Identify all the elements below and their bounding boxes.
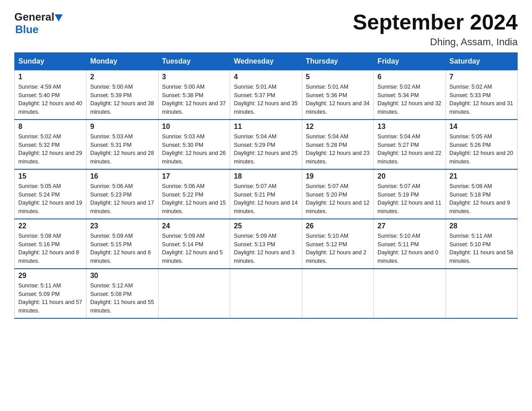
calendar-cell: 9Sunrise: 5:03 AMSunset: 5:31 PMDaylight… [86,120,158,169]
calendar-cell [446,269,517,318]
day-number: 1 [18,73,82,81]
calendar-cell: 20Sunrise: 5:07 AMSunset: 5:19 PMDayligh… [374,169,446,219]
page-header: General Blue September 2024 Dhing, Assam… [14,11,518,48]
calendar-cell: 10Sunrise: 5:03 AMSunset: 5:30 PMDayligh… [158,120,230,169]
day-number: 14 [450,123,514,131]
day-number: 16 [90,172,154,180]
calendar-cell: 17Sunrise: 5:06 AMSunset: 5:22 PMDayligh… [158,169,230,219]
day-info: Sunrise: 5:05 AMSunset: 5:24 PMDaylight:… [18,182,82,216]
calendar-cell: 25Sunrise: 5:09 AMSunset: 5:13 PMDayligh… [230,219,302,269]
calendar-cell [374,269,446,318]
calendar-cell: 2Sunrise: 5:00 AMSunset: 5:39 PMDaylight… [86,70,158,120]
calendar-cell [158,269,230,318]
calendar-cell: 16Sunrise: 5:06 AMSunset: 5:23 PMDayligh… [86,169,158,219]
day-number: 13 [378,123,442,131]
day-number: 20 [378,172,442,180]
day-number: 23 [90,222,154,230]
day-info: Sunrise: 5:09 AMSunset: 5:13 PMDaylight:… [234,232,298,265]
logo-general-text: General [14,11,54,23]
day-info: Sunrise: 5:02 AMSunset: 5:33 PMDaylight:… [450,83,514,116]
calendar-cell: 3Sunrise: 5:00 AMSunset: 5:38 PMDaylight… [158,70,230,120]
day-info: Sunrise: 4:59 AMSunset: 5:40 PMDaylight:… [18,83,82,116]
day-info: Sunrise: 5:10 AMSunset: 5:11 PMDaylight:… [378,232,442,265]
day-info: Sunrise: 5:11 AMSunset: 5:10 PMDaylight:… [450,232,514,265]
day-info: Sunrise: 5:10 AMSunset: 5:12 PMDaylight:… [306,232,370,265]
day-info: Sunrise: 5:08 AMSunset: 5:16 PMDaylight:… [18,232,82,265]
calendar-cell: 14Sunrise: 5:05 AMSunset: 5:26 PMDayligh… [446,120,517,169]
day-info: Sunrise: 5:04 AMSunset: 5:28 PMDaylight:… [306,133,370,166]
day-info: Sunrise: 5:07 AMSunset: 5:21 PMDaylight:… [234,182,298,216]
calendar-cell: 11Sunrise: 5:04 AMSunset: 5:29 PMDayligh… [230,120,302,169]
day-number: 9 [90,123,154,131]
logo-triangle-icon [55,14,63,21]
day-info: Sunrise: 5:08 AMSunset: 5:18 PMDaylight:… [450,182,514,216]
day-info: Sunrise: 5:06 AMSunset: 5:22 PMDaylight:… [162,182,226,216]
weekday-header-wednesday: Wednesday [230,52,302,70]
calendar-cell: 19Sunrise: 5:07 AMSunset: 5:20 PMDayligh… [302,169,373,219]
weekday-header-sunday: Sunday [15,52,86,70]
day-number: 26 [306,222,370,230]
day-info: Sunrise: 5:01 AMSunset: 5:36 PMDaylight:… [306,83,370,116]
calendar-cell: 21Sunrise: 5:08 AMSunset: 5:18 PMDayligh… [446,169,517,219]
calendar-cell: 26Sunrise: 5:10 AMSunset: 5:12 PMDayligh… [302,219,373,269]
calendar-cell: 24Sunrise: 5:09 AMSunset: 5:14 PMDayligh… [158,219,230,269]
day-info: Sunrise: 5:04 AMSunset: 5:27 PMDaylight:… [378,133,442,166]
day-number: 5 [306,73,370,81]
day-info: Sunrise: 5:06 AMSunset: 5:23 PMDaylight:… [90,182,154,216]
calendar-cell: 7Sunrise: 5:02 AMSunset: 5:33 PMDaylight… [446,70,517,120]
day-number: 30 [90,272,154,280]
calendar-cell: 29Sunrise: 5:11 AMSunset: 5:09 PMDayligh… [15,269,86,318]
day-info: Sunrise: 5:09 AMSunset: 5:15 PMDaylight:… [90,232,154,265]
weekday-header-row: SundayMondayTuesdayWednesdayThursdayFrid… [15,52,518,70]
day-info: Sunrise: 5:07 AMSunset: 5:20 PMDaylight:… [306,182,370,216]
weekday-header-saturday: Saturday [446,52,517,70]
weekday-header-monday: Monday [86,52,158,70]
calendar-cell: 12Sunrise: 5:04 AMSunset: 5:28 PMDayligh… [302,120,373,169]
day-number: 29 [18,272,82,280]
calendar-cell: 22Sunrise: 5:08 AMSunset: 5:16 PMDayligh… [15,219,86,269]
day-number: 10 [162,123,226,131]
day-number: 8 [18,123,82,131]
day-number: 18 [234,172,298,180]
calendar-cell: 4Sunrise: 5:01 AMSunset: 5:37 PMDaylight… [230,70,302,120]
calendar-cell: 13Sunrise: 5:04 AMSunset: 5:27 PMDayligh… [374,120,446,169]
day-number: 17 [162,172,226,180]
weekday-header-tuesday: Tuesday [158,52,230,70]
calendar-week-row: 29Sunrise: 5:11 AMSunset: 5:09 PMDayligh… [15,269,518,318]
calendar-week-row: 22Sunrise: 5:08 AMSunset: 5:16 PMDayligh… [15,219,518,269]
calendar-cell: 5Sunrise: 5:01 AMSunset: 5:36 PMDaylight… [302,70,373,120]
calendar-cell: 27Sunrise: 5:10 AMSunset: 5:11 PMDayligh… [374,219,446,269]
calendar-cell: 28Sunrise: 5:11 AMSunset: 5:10 PMDayligh… [446,219,517,269]
day-number: 19 [306,172,370,180]
calendar-cell [302,269,373,318]
logo-blue-text: Blue [15,23,39,35]
day-info: Sunrise: 5:02 AMSunset: 5:34 PMDaylight:… [378,83,442,116]
day-number: 7 [450,73,514,81]
calendar-week-row: 8Sunrise: 5:02 AMSunset: 5:32 PMDaylight… [15,120,518,169]
logo: General Blue [14,11,63,36]
day-info: Sunrise: 5:03 AMSunset: 5:31 PMDaylight:… [90,133,154,166]
day-number: 28 [450,222,514,230]
day-info: Sunrise: 5:00 AMSunset: 5:39 PMDaylight:… [90,83,154,116]
weekday-header-friday: Friday [374,52,446,70]
calendar-cell [230,269,302,318]
day-info: Sunrise: 5:07 AMSunset: 5:19 PMDaylight:… [378,182,442,216]
day-number: 24 [162,222,226,230]
day-number: 15 [18,172,82,180]
calendar-subtitle: Dhing, Assam, India [353,36,518,48]
weekday-header-thursday: Thursday [302,52,373,70]
day-info: Sunrise: 5:00 AMSunset: 5:38 PMDaylight:… [162,83,226,116]
day-info: Sunrise: 5:09 AMSunset: 5:14 PMDaylight:… [162,232,226,265]
day-info: Sunrise: 5:01 AMSunset: 5:37 PMDaylight:… [234,83,298,116]
day-number: 11 [234,123,298,131]
calendar-cell: 23Sunrise: 5:09 AMSunset: 5:15 PMDayligh… [86,219,158,269]
day-number: 21 [450,172,514,180]
calendar-title: September 2024 [353,11,518,34]
day-number: 2 [90,73,154,81]
day-info: Sunrise: 5:11 AMSunset: 5:09 PMDaylight:… [18,282,82,315]
day-info: Sunrise: 5:02 AMSunset: 5:32 PMDaylight:… [18,133,82,166]
day-info: Sunrise: 5:12 AMSunset: 5:08 PMDaylight:… [90,282,154,315]
calendar-cell: 30Sunrise: 5:12 AMSunset: 5:08 PMDayligh… [86,269,158,318]
day-number: 22 [18,222,82,230]
day-info: Sunrise: 5:04 AMSunset: 5:29 PMDaylight:… [234,133,298,166]
